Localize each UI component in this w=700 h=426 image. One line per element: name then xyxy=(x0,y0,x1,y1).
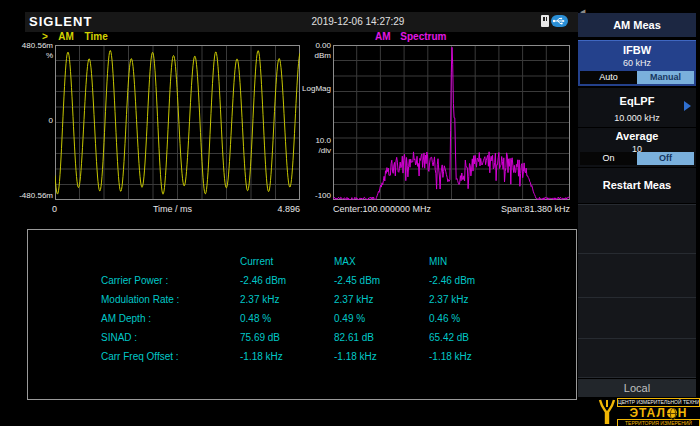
usb-icon xyxy=(551,15,568,27)
average-softkey[interactable]: Average 10 On Off xyxy=(578,128,696,167)
window-type-label: AM xyxy=(375,31,391,42)
cell-value: 75.69 dB xyxy=(240,328,334,347)
time-y-min-label: -480.56m xyxy=(17,191,53,200)
spectrum-scale-unit-label: /div xyxy=(295,146,331,155)
eqlpf-label: EqLPF xyxy=(578,94,696,108)
ifbw-value: 60 kHz xyxy=(578,57,696,69)
restart-meas-softkey[interactable]: Restart Meas xyxy=(578,168,696,203)
cell-value: 65.42 dB xyxy=(429,328,576,347)
center-frequency-label: Center:100.000000 MHz xyxy=(333,204,431,214)
cell-value: 0.48 % xyxy=(240,309,334,328)
window-name-label: Time xyxy=(85,31,108,42)
cell-value: -1.18 kHz xyxy=(429,347,576,366)
eqlpf-value: 10.000 kHz xyxy=(578,108,696,124)
average-on-option[interactable]: On xyxy=(580,152,637,165)
time-x-axis-title: Time / ms xyxy=(125,204,220,214)
empty-softkey-slot xyxy=(578,204,696,253)
column-header-current: Current xyxy=(240,252,334,271)
spectrum-ref-unit-label: dBm xyxy=(295,51,331,60)
window-name-label: Spectrum xyxy=(400,31,446,42)
empty-softkey-slot xyxy=(578,297,696,338)
cell-value: -2.45 dBm xyxy=(334,271,429,290)
time-y-mid-label: 0 xyxy=(17,116,53,125)
row-label-modulation-rate: Modulation Rate : xyxy=(28,290,240,309)
local-button[interactable]: Local xyxy=(578,379,696,397)
usb-trident-glyph xyxy=(551,15,568,27)
top-status-bar: SIGLENT 2019-12-06 14:27:29 xyxy=(25,12,578,32)
row-label-sinad: SINAD : xyxy=(28,328,240,347)
cell-value: 2.37 kHz xyxy=(240,290,334,309)
menu-title: AM Meas xyxy=(578,13,696,37)
row-label-carrier-power: Carrier Power : xyxy=(28,271,240,290)
row-label-carr-freq-offset: Carr Freq Offset : xyxy=(28,347,240,366)
am-spectrum-window-title: AM Spectrum xyxy=(375,31,453,42)
cell-value: -2.46 dBm xyxy=(240,271,334,290)
cell-value: -2.46 dBm xyxy=(429,271,576,290)
cell-value: -1.18 kHz xyxy=(334,347,429,366)
time-x-end-label: 4.896 xyxy=(266,204,300,214)
measurement-results-table: Current MAX MIN Carrier Power : -2.46 dB… xyxy=(27,229,577,400)
empty-softkey-slot xyxy=(578,253,696,297)
storage-icon xyxy=(541,15,549,27)
softkey-menu: ◀ AM Meas IFBW 60 kHz Auto Manual EqLPF … xyxy=(578,0,696,426)
ifbw-label: IFBW xyxy=(578,41,696,57)
empty-softkey-slot xyxy=(578,338,696,378)
watermark-name-left: ЭТАЛ xyxy=(629,406,665,420)
window-type-label: AM xyxy=(58,31,74,42)
row-label-am-depth: AM Depth : xyxy=(28,309,240,328)
spectrum-plot-canvas xyxy=(333,45,570,200)
column-header-max: MAX xyxy=(334,252,429,271)
table-corner-cell xyxy=(28,252,240,271)
column-header-min: MIN xyxy=(429,252,576,271)
cell-value: -1.18 kHz xyxy=(240,347,334,366)
ifbw-manual-option[interactable]: Manual xyxy=(637,71,694,84)
spectrum-scale-label: 10.0 xyxy=(295,136,331,145)
time-y-ref-label: 480.56m xyxy=(17,41,53,50)
span-label: Span:81.380 kHz xyxy=(440,204,570,214)
spectrum-ref-level-label: 0.00 xyxy=(295,41,331,50)
cell-value: 2.37 kHz xyxy=(334,290,429,309)
watermark-bottom-text: ТЕРРИТОРИЯ ИЗМЕРЕНИЙ xyxy=(617,419,700,426)
etalon-mark-icon xyxy=(597,398,617,426)
ifbw-auto-option[interactable]: Auto xyxy=(580,71,637,84)
submenu-arrow-icon xyxy=(684,101,691,111)
average-label: Average xyxy=(578,129,696,143)
ifbw-softkey[interactable]: IFBW 60 kHz Auto Manual xyxy=(578,40,696,86)
cell-value: 82.61 dB xyxy=(334,328,429,347)
datetime-display: 2019-12-06 14:27:29 xyxy=(283,12,433,32)
cell-value: 0.49 % xyxy=(334,309,429,328)
brand-logo: SIGLENT xyxy=(29,12,92,32)
etalon-watermark: ЦЕНТР ИЗМЕРИТЕЛЬНОЙ ТЕХНИКИ ЭТАЛН ТЕРРИТ… xyxy=(597,398,700,426)
time-plot-canvas xyxy=(55,45,300,200)
am-time-window-title: > AM Time xyxy=(42,31,116,42)
time-y-unit-label: % xyxy=(17,51,53,60)
spectrum-scale-type-label: LogMag xyxy=(295,84,331,93)
average-off-option[interactable]: Off xyxy=(637,152,694,165)
eqlpf-softkey[interactable]: EqLPF 10.000 kHz xyxy=(578,88,696,127)
cell-value: 2.37 kHz xyxy=(429,290,576,309)
watermark-name-right: Н xyxy=(678,406,688,420)
time-x-start-label: 0 xyxy=(52,204,57,214)
spectrum-y-min-label: -100 xyxy=(295,191,331,200)
cell-value: 0.46 % xyxy=(429,309,576,328)
globe-icon xyxy=(667,408,677,418)
